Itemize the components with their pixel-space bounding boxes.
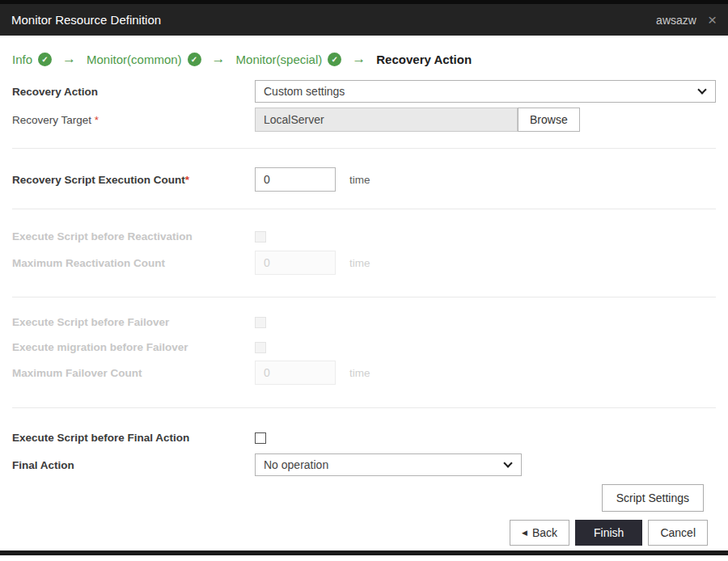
time-unit-label: time (349, 367, 370, 379)
recovery-action-row: Recovery Action Custom settings (12, 80, 716, 103)
execute-script-before-reactivation-row: Execute Script before Reactivation (12, 230, 716, 243)
finish-button[interactable]: Finish (575, 520, 642, 546)
execute-migration-before-failover-checkbox (255, 342, 266, 353)
execute-migration-before-failover-label: Execute migration before Failover (12, 341, 255, 353)
check-icon: ✓ (188, 53, 201, 66)
execute-script-before-failover-checkbox (255, 317, 266, 328)
step-monitor-common-link[interactable]: Monitor(common) (87, 53, 182, 66)
chevron-down-icon (697, 85, 706, 94)
resource-name: awsazw (656, 14, 696, 27)
browse-button[interactable]: Browse (518, 108, 580, 132)
dialog-buttons-row: ◀Back Finish Cancel (12, 520, 716, 546)
execute-script-before-reactivation-label: Execute Script before Reactivation (12, 230, 255, 243)
maximum-failover-count-label: Maximum Failover Count (12, 367, 255, 379)
execute-script-before-failover-label: Execute Script before Failover (12, 316, 255, 328)
maximum-reactivation-count-row: Maximum Reactivation Count time (12, 251, 716, 275)
recovery-action-select[interactable]: Custom settings (255, 80, 716, 103)
recovery-script-execution-count-label: Recovery Script Execution Count* (12, 174, 255, 186)
recovery-script-execution-count-input[interactable] (255, 167, 336, 192)
divider (12, 209, 716, 209)
cancel-button[interactable]: Cancel (648, 520, 708, 546)
required-mark: * (95, 114, 99, 126)
final-action-label: Final Action (12, 459, 255, 471)
execute-script-before-final-action-checkbox[interactable] (255, 432, 266, 444)
check-icon: ✓ (328, 53, 341, 66)
maximum-reactivation-count-label: Maximum Reactivation Count (12, 257, 255, 269)
back-button-label: Back (532, 526, 557, 539)
divider (12, 148, 716, 149)
back-button[interactable]: ◀Back (510, 520, 569, 546)
recovery-script-execution-count-row: Recovery Script Execution Count* time (12, 167, 716, 192)
maximum-failover-count-row: Maximum Failover Count time (12, 361, 716, 385)
arrow-right-icon: → (212, 51, 226, 67)
recovery-script-execution-count-label-text: Recovery Script Execution Count (12, 174, 185, 186)
step-monitor-special: Monitor(special) ✓ (236, 53, 342, 66)
divider (12, 407, 716, 408)
step-info: Info ✓ (12, 53, 52, 66)
recovery-target-input (255, 108, 518, 132)
recovery-action-label: Recovery Action (12, 86, 255, 98)
back-triangle-icon: ◀ (522, 529, 527, 537)
close-icon[interactable]: × (708, 12, 717, 27)
required-mark: * (185, 174, 189, 186)
step-monitor-common: Monitor(common) ✓ (87, 53, 201, 66)
final-action-select[interactable]: No operation (255, 453, 522, 476)
dialog-bottom-edge (0, 550, 728, 555)
step-recovery-action-label: Recovery Action (376, 53, 472, 66)
step-monitor-special-link[interactable]: Monitor(special) (236, 53, 323, 66)
maximum-reactivation-count-input (255, 251, 336, 275)
final-action-value: No operation (264, 458, 328, 471)
monitor-resource-definition-dialog: Monitor Resource Definition awsazw × Inf… (0, 0, 728, 561)
final-action-row: Final Action No operation (12, 453, 716, 476)
recovery-action-value: Custom settings (264, 85, 345, 98)
time-unit-label: time (349, 257, 370, 269)
execute-script-before-final-action-label: Execute Script before Final Action (12, 432, 255, 444)
chevron-down-icon (503, 458, 512, 467)
recovery-target-label: Recovery Target * (12, 114, 255, 126)
execute-script-before-failover-row: Execute Script before Failover (12, 316, 716, 328)
divider (12, 297, 716, 297)
recovery-target-row: Recovery Target * Browse (12, 108, 716, 132)
arrow-right-icon: → (352, 51, 366, 67)
dialog-title: Monitor Resource Definition (11, 13, 161, 27)
step-recovery-action: Recovery Action (376, 53, 472, 66)
script-settings-button[interactable]: Script Settings (602, 484, 704, 512)
arrow-right-icon: → (62, 51, 76, 67)
time-unit-label: time (349, 174, 370, 186)
maximum-failover-count-input (255, 361, 336, 385)
step-info-link[interactable]: Info (12, 53, 32, 66)
wizard-steps: Info ✓ → Monitor(common) ✓ → Monitor(spe… (12, 49, 716, 69)
execute-script-before-final-action-row: Execute Script before Final Action (12, 432, 716, 444)
execute-migration-before-failover-row: Execute migration before Failover (12, 341, 716, 353)
script-settings-row: Script Settings (12, 484, 716, 512)
recovery-target-label-text: Recovery Target (12, 114, 95, 126)
check-icon: ✓ (38, 53, 52, 66)
dialog-titlebar: Monitor Resource Definition awsazw × (0, 4, 728, 36)
execute-script-before-reactivation-checkbox (255, 231, 266, 243)
